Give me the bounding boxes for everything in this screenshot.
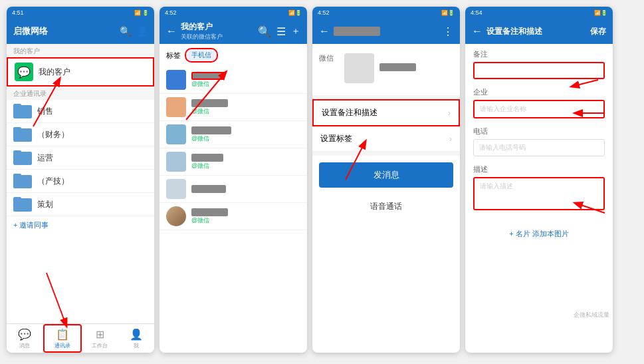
search-icon-1[interactable]: 🔍: [120, 26, 131, 37]
tag-label-2: 标签: [166, 51, 181, 61]
form-remark-4: 备注: [473, 49, 605, 79]
contact-tag-6: @微信: [191, 216, 300, 225]
header-icons-1: 🔍 👤: [120, 26, 148, 37]
section-my-customer: 我的客户: [7, 44, 154, 57]
phone-1: 4:51 📶 🔋 启微网络 🔍 👤 我的客户 💬: [7, 7, 154, 353]
header-left-3: ←: [319, 25, 380, 37]
profile-avatar-3: [344, 53, 374, 83]
save-button-4[interactable]: 保存: [590, 26, 606, 37]
nav-contacts-label-1: 通讯录: [54, 342, 70, 349]
nav-contacts-1[interactable]: 📋 通讯录: [43, 324, 82, 353]
menu-tags-3[interactable]: 设置标签 ›: [312, 126, 460, 152]
form-enterprise-4: 企业 请输入企业名称: [473, 87, 605, 118]
folder-label-4: （产技）: [37, 176, 69, 187]
enterprise-input-4[interactable]: 请输入企业名称: [473, 100, 605, 118]
folder-label-5: 策划: [37, 199, 53, 210]
contact-avatar-2: [166, 97, 186, 117]
header-icons-2: 🔍 ☰ ＋: [258, 25, 300, 38]
folder-item-5[interactable]: 策划: [7, 193, 154, 216]
folder-item-4[interactable]: （产技）: [7, 170, 154, 193]
status-bar-2: 4:52 📶🔋: [160, 7, 307, 19]
chevron-notes-3: ›: [448, 108, 451, 118]
main-container: 4:51 📶 🔋 启微网络 🔍 👤 我的客户 💬: [0, 0, 644, 364]
header-title-4: 设置备注和描述: [486, 26, 542, 37]
contact-item-1[interactable]: @微信: [160, 67, 307, 94]
back-button-3[interactable]: ←: [319, 25, 330, 37]
phone-2: 4:52 📶🔋 ← 我的客户 关联的微信客户 🔍 ☰ ＋: [160, 7, 307, 353]
invite-button[interactable]: + 邀请同事: [7, 216, 154, 234]
folder-item-1[interactable]: 销售: [7, 100, 154, 123]
nav-me-1[interactable]: 👤 我: [118, 324, 155, 353]
more-icon-3[interactable]: ⋮: [443, 25, 453, 38]
add-icon-2[interactable]: ＋: [291, 25, 300, 37]
phone-placeholder-4: 请输入电话号码: [479, 144, 526, 151]
remark-input-4[interactable]: [473, 62, 605, 79]
contact-name-blur-4: [191, 154, 223, 162]
my-customer-label: 我的客户: [39, 67, 70, 78]
profile-header-3: 微信: [319, 49, 453, 90]
contact-name-blur-6: [191, 208, 228, 216]
divider2-3: [312, 152, 460, 156]
my-customer-item[interactable]: 💬 我的客户: [7, 57, 154, 87]
folder-icon-1: [13, 104, 32, 118]
folder-item-2[interactable]: （财务）: [7, 123, 154, 146]
form-desc-4: 描述 请输入描述: [473, 164, 605, 210]
folder-item-3[interactable]: 运营: [7, 146, 154, 170]
add-card-4[interactable]: + 名片 添加本图片: [465, 224, 613, 244]
person-icon-1[interactable]: 👤: [136, 26, 148, 37]
contact-name-blur-5: [191, 185, 226, 193]
time-4: 4:54: [471, 9, 483, 16]
enterprise-label-4: 企业: [473, 87, 605, 97]
phone-3: 4:52 📶🔋 ← ⋮ 微信: [312, 7, 460, 353]
folder-icon-4: [13, 174, 32, 188]
contact-item-3[interactable]: @微信: [160, 121, 307, 148]
desc-placeholder-4: 请输入描述: [480, 182, 513, 190]
contact-item-4[interactable]: @微信: [160, 148, 307, 176]
desc-label-4: 描述: [473, 164, 605, 174]
contact-avatar-1: [166, 70, 186, 90]
contact-avatar-3: [166, 124, 186, 144]
status-icons-1: 📶 🔋: [134, 10, 149, 16]
list-icon-2[interactable]: ☰: [276, 25, 286, 38]
contact-item-2[interactable]: @微信: [160, 94, 307, 121]
status-bar-1: 4:51 📶 🔋: [7, 7, 154, 19]
folder-label-3: 运营: [37, 152, 53, 164]
wechat-avatar-1: 💬: [15, 63, 33, 81]
invite-label: + 邀请同事: [13, 220, 49, 230]
send-button-3[interactable]: 发消息: [319, 162, 453, 188]
call-item-3[interactable]: 语音通话: [312, 194, 460, 219]
phone-1-wrapper: 4:51 📶 🔋 启微网络 🔍 👤 我的客户 💬: [7, 7, 154, 353]
phone-label-4: 电话: [473, 126, 605, 136]
nav-workbench-1[interactable]: ⊞ 工作台: [82, 324, 118, 353]
contact-tag-3: @微信: [191, 134, 300, 143]
me-icon-1: 👤: [130, 328, 143, 341]
header-title-blur-3: [334, 27, 380, 36]
folder-icon-5: [13, 197, 32, 212]
contact-avatar-4: [166, 152, 186, 172]
phone-3-wrapper: 4:52 📶🔋 ← ⋮ 微信: [312, 7, 460, 353]
tag-chip-2[interactable]: 手机信: [185, 48, 218, 63]
back-button-4[interactable]: ←: [472, 25, 483, 37]
search-icon-2[interactable]: 🔍: [258, 25, 271, 38]
app-title-1: 启微网络: [13, 25, 48, 37]
nav-me-label-1: 我: [134, 342, 139, 349]
desc-input-4[interactable]: 请输入描述: [473, 177, 605, 210]
contact-info-1: @微信: [191, 72, 300, 89]
contact-avatar-5: [166, 179, 186, 199]
contacts-icon-1: 📋: [56, 328, 69, 341]
chevron-tags-3: ›: [449, 134, 452, 144]
time-2: 4:52: [165, 9, 177, 16]
nav-messages-1[interactable]: 💬 消息: [7, 324, 43, 353]
contact-tag-1: @微信: [191, 80, 300, 89]
header-2: ← 我的客户 关联的微信客户 🔍 ☰ ＋: [160, 19, 307, 44]
menu-notes-3[interactable]: 设置备注和描述 ›: [312, 99, 460, 126]
profile-section-3: 微信: [312, 44, 460, 95]
profile-name-blur-3: [379, 63, 416, 71]
contact-item-5[interactable]: [160, 176, 307, 203]
back-button-2[interactable]: ←: [166, 25, 177, 37]
status-icons-4: 📶🔋: [594, 10, 607, 16]
tag-container-2: 标签 手机信: [160, 44, 307, 67]
contact-item-6[interactable]: @微信: [160, 203, 307, 230]
folder-label-2: （财务）: [37, 129, 69, 140]
phone-input-4[interactable]: 请输入电话号码: [473, 139, 605, 156]
